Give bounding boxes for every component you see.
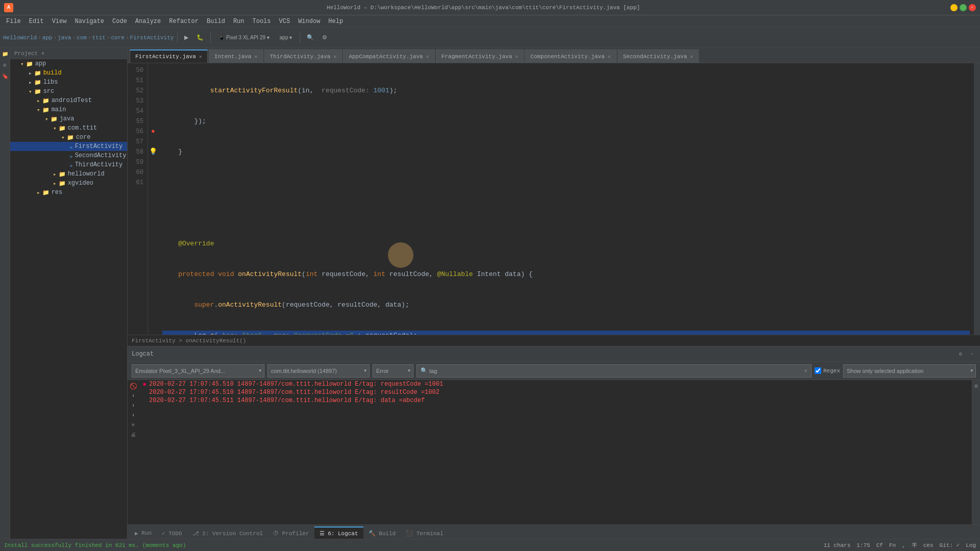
breadcrumb-core[interactable]: core [111, 35, 125, 41]
tab-fragment[interactable]: FragmentActivity.java ✕ [436, 49, 524, 63]
search-everywhere-button[interactable]: 🔍 [304, 31, 317, 45]
menu-file[interactable]: File [2, 17, 25, 26]
logcat-clear-icon[interactable]: 🚫 [129, 382, 137, 390]
settings-button[interactable]: ⚙ [319, 31, 330, 45]
tab-logcat[interactable]: ☰ 6: Logcat [314, 527, 363, 539]
device-dropdown[interactable]: Emulator Pixel_3_XL_API_29 And... [132, 364, 264, 378]
breadcrumb-com[interactable]: com [77, 35, 87, 41]
menu-run[interactable]: Run [229, 17, 249, 26]
tree-item-comttit[interactable]: ▾ 📁 com.ttit [10, 123, 127, 133]
logcat-scroll-end-icon[interactable]: ⬇ [129, 392, 137, 400]
tab-thirdactivity[interactable]: ThirdActivity.java ✕ [264, 49, 342, 63]
app-selector[interactable]: app ▾ [276, 31, 296, 45]
editor-scrollbar[interactable] [974, 63, 980, 335]
tree-item-helloworld[interactable]: ▸ 📁 helloworld [10, 169, 127, 179]
log-entry-3[interactable]: ■ 2020-02-27 17:07:45.511 14897-14897/co… [139, 396, 972, 405]
tree-item-main[interactable]: ▾ 📁 main [10, 105, 127, 114]
breadcrumb-java[interactable]: java [58, 35, 71, 41]
breadcrumb-helloworld[interactable]: HelloWorld [3, 35, 37, 41]
tab-todo[interactable]: ✓ TODO [157, 527, 187, 539]
code-gutter: ● 💡 [148, 63, 158, 335]
minimize-button[interactable]: – [950, 4, 958, 11]
process-dropdown[interactable]: com.ttit.helloworld (14897) [267, 364, 370, 378]
debug-button[interactable]: 🐛 [193, 31, 207, 45]
menu-analyze[interactable]: Analyze [131, 17, 165, 26]
log-level-dropdown[interactable]: Error Verbose Debug Info Warn Assert [373, 364, 413, 378]
menu-navigate[interactable]: Navigate [70, 17, 108, 26]
tree-item-secondactivity[interactable]: ☕ SecondActivity [10, 151, 127, 160]
tab-firstactivity[interactable]: FirstActivity.java ✕ [130, 49, 208, 63]
tab-close-appcompat[interactable]: ✕ [426, 54, 429, 60]
device-selector[interactable]: 📱 Pixel 3 XL API 29 ▾ [214, 31, 273, 45]
logcat-minimize-icon[interactable]: – [968, 350, 976, 358]
tree-item-xgvideo[interactable]: ▸ 📁 xgvideo [10, 179, 127, 188]
menu-help[interactable]: Help [324, 17, 347, 26]
tab-close-fragment[interactable]: ✕ [515, 54, 518, 60]
breadcrumb-ttit[interactable]: ttit [92, 35, 105, 41]
menu-build[interactable]: Build [203, 17, 229, 26]
tab-build[interactable]: 🔨 Build [363, 527, 401, 539]
menu-view[interactable]: View [48, 17, 71, 26]
run-button[interactable]: ▶ [181, 31, 191, 45]
app-body: 📁 ⚙ 🔖 Project ▾ ▾ 📁 app ▸ 📁 build ▸ [0, 48, 980, 551]
breadcrumb-app[interactable]: app [42, 35, 53, 41]
sidebar-icon-structure[interactable]: ⚙ [1, 61, 9, 69]
close-button[interactable]: ✕ [969, 4, 976, 11]
menu-window[interactable]: Window [294, 17, 324, 26]
menu-code[interactable]: Code [108, 17, 131, 26]
code-content[interactable]: startActivityForResult(in, requestCode: … [158, 63, 974, 335]
log-entry-1[interactable]: ■ 2020-02-27 17:07:45.510 14897-14897/co… [139, 380, 972, 388]
tab-terminal[interactable]: ⬛ Terminal [401, 527, 448, 539]
tab-close-secondactivity[interactable]: ✕ [690, 54, 693, 60]
tab-version-control[interactable]: ⎇ 2: Version Control [187, 527, 268, 539]
menu-edit[interactable]: Edit [25, 17, 48, 26]
search-icon: 🔍 [421, 367, 428, 374]
core-folder-icon: 📁 [67, 134, 74, 141]
log-entry-2[interactable]: ■ 2020-02-27 17:07:45.510 14897-14897/co… [139, 388, 972, 396]
logcat-print-icon[interactable]: 🖨 [129, 431, 137, 439]
logcat-settings-icon[interactable]: ⚙ [957, 350, 965, 358]
tab-close-component[interactable]: ✕ [608, 54, 611, 60]
logcat-search-input[interactable] [416, 364, 812, 378]
menu-vcs[interactable]: VCS [275, 17, 295, 26]
tree-item-res[interactable]: ▸ 📁 res [10, 188, 127, 197]
tree-item-firstactivity[interactable]: ☕ FirstActivity [10, 142, 127, 151]
sidebar-icon-bookmark[interactable]: 🔖 [1, 72, 9, 81]
search-clear-icon[interactable]: ✕ [804, 367, 807, 374]
tree-item-java[interactable]: ▾ 📁 java [10, 114, 127, 123]
logcat-content[interactable]: ■ 2020-02-27 17:07:45.510 14897-14897/co… [139, 380, 972, 524]
tab-close-intent[interactable]: ✕ [254, 54, 257, 60]
breadcrumb-firstactivity[interactable]: FirstActivity [130, 35, 174, 41]
tree-item-libs[interactable]: ▸ 📁 libs [10, 78, 127, 87]
menu-tools[interactable]: Tools [249, 17, 275, 26]
sidebar-icon-project[interactable]: 📁 [1, 50, 9, 58]
tree-item-build[interactable]: ▸ 📁 build [10, 68, 127, 78]
logcat-fold-icon[interactable]: ≡ [129, 421, 137, 429]
tab-component[interactable]: ComponentActivity.java ✕ [525, 49, 616, 63]
logcat-down-icon[interactable]: ⬇ [129, 411, 137, 419]
logcat-up-icon[interactable]: ⬆ [129, 402, 137, 410]
tab-profiler[interactable]: ⏱ Profiler [268, 527, 314, 539]
tab-close-firstactivity[interactable]: ✕ [199, 54, 202, 60]
logcat-title: Logcat [132, 350, 154, 358]
tab-profiler-label: ⏱ Profiler [273, 530, 309, 537]
regex-checkbox[interactable] [815, 367, 821, 374]
tab-secondactivity[interactable]: SecondActivity.java ✕ [618, 49, 699, 63]
tree-item-core[interactable]: ▾ 📁 core [10, 133, 127, 142]
tab-intent[interactable]: Intent.java ✕ [209, 49, 263, 63]
tab-run[interactable]: ▶ Run [130, 527, 157, 539]
tree-item-app[interactable]: ▾ 📁 app [10, 59, 127, 68]
show-selected-dropdown[interactable]: Show only selected application [843, 364, 976, 378]
tree-item-src[interactable]: ▾ 📁 src [10, 87, 127, 96]
tab-terminal-label: ⬛ Terminal [406, 530, 443, 537]
regex-label: Regex [823, 368, 840, 374]
menu-refactor[interactable]: Refactor [165, 17, 203, 26]
code-editor[interactable]: 50 51 52 53 54 55 56 57 58 59 60 61 [128, 63, 980, 335]
tab-appcompat[interactable]: AppCompatActivity.java ✕ [343, 49, 434, 63]
tab-close-thirdactivity[interactable]: ✕ [333, 54, 336, 60]
build-folder-icon: 📁 [34, 70, 41, 77]
maximize-button[interactable]: □ [960, 4, 967, 11]
tree-item-thirdactivity[interactable]: ☕ ThirdActivity [10, 160, 127, 169]
logcat-layout-icon[interactable]: ⊞ [972, 382, 981, 390]
tree-item-androidtest[interactable]: ▸ 📁 androidTest [10, 96, 127, 105]
